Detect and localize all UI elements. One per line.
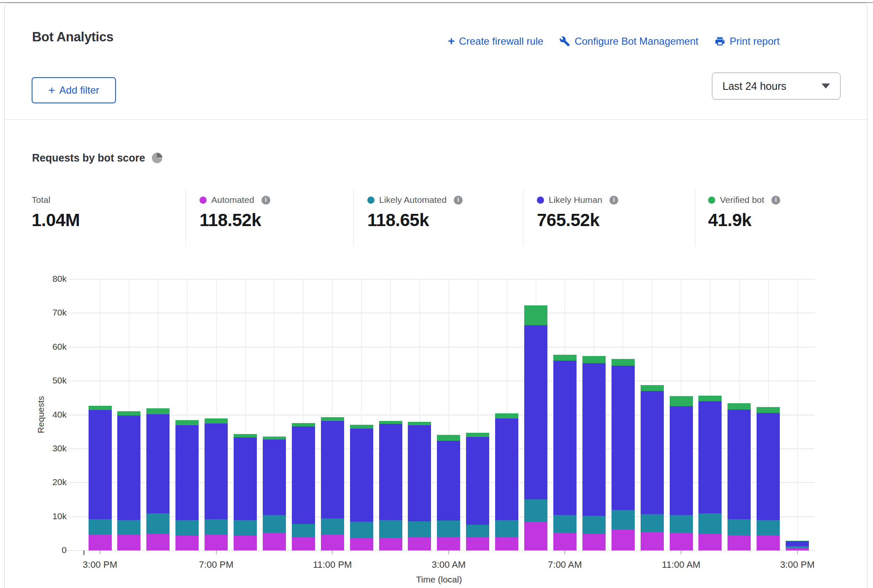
bar-segment-likely-automated: [205, 519, 228, 535]
x-axis-tick-label: 11:00 PM: [303, 559, 362, 570]
bar-segment-likely-human: [670, 406, 693, 515]
bar-segment-verified-bot: [292, 423, 315, 426]
time-range-select[interactable]: Last 24 hours: [712, 73, 841, 100]
bar[interactable]: [408, 422, 431, 550]
stat-label-row: Verified boti: [708, 194, 780, 205]
bar-segment-likely-automated: [350, 522, 373, 538]
x-axis-tick: [332, 550, 333, 554]
bar-segment-automated: [117, 535, 140, 550]
stat-label-row: Total: [32, 194, 50, 205]
bar[interactable]: [582, 356, 606, 550]
bar-segment-automated: [263, 533, 286, 550]
bar-segment-likely-automated: [234, 520, 257, 536]
page-title: Bot Analytics: [32, 30, 113, 45]
x-axis-tick: [100, 550, 100, 554]
bar-segment-likely-human: [553, 361, 577, 515]
print-report-link[interactable]: Print report: [714, 35, 780, 47]
bar[interactable]: [757, 407, 780, 550]
stats-divider: [523, 189, 523, 246]
v-gridline: [797, 279, 798, 550]
y-axis-tick-label: 10k: [33, 511, 67, 521]
bar[interactable]: [321, 417, 344, 550]
x-axis-tick: [216, 550, 217, 554]
bar-segment-verified-bot: [670, 396, 693, 406]
bar-segment-automated: [698, 534, 722, 550]
bar[interactable]: [234, 434, 257, 550]
y-axis-tick-label: 70k: [33, 307, 67, 318]
info-icon[interactable]: i: [609, 196, 618, 205]
x-axis-tick: [564, 550, 565, 554]
info-icon[interactable]: i: [454, 196, 463, 205]
y-axis-tick-label: 20k: [33, 477, 67, 487]
bar-segment-automated: [612, 529, 635, 550]
bar[interactable]: [466, 433, 489, 550]
add-filter-button[interactable]: + Add filter: [32, 77, 116, 103]
stats-divider: [695, 189, 695, 246]
bar[interactable]: [175, 420, 199, 550]
bar-segment-automated: [146, 534, 170, 550]
bar-segment-verified-bot: [524, 305, 547, 325]
bar[interactable]: [698, 396, 722, 550]
pie-chart-icon: [152, 153, 162, 163]
bar[interactable]: [263, 437, 286, 550]
bar[interactable]: [612, 359, 635, 550]
bar-segment-likely-human: [205, 423, 228, 519]
bar-segment-likely-automated: [728, 519, 751, 535]
legend-dot-likely-automated: [367, 197, 375, 204]
bar[interactable]: [728, 403, 751, 550]
bar-segment-likely-human: [641, 391, 664, 514]
bar-segment-likely-human: [350, 429, 373, 522]
bar[interactable]: [670, 396, 693, 550]
bar-segment-automated: [670, 533, 693, 550]
bar-segment-likely-human: [408, 425, 431, 521]
bar-segment-automated: [757, 535, 780, 550]
stat-value: 765.52k: [537, 210, 599, 230]
bar-segment-verified-bot: [582, 356, 606, 363]
bar[interactable]: [117, 411, 140, 550]
bar[interactable]: [437, 435, 460, 550]
plus-icon: +: [48, 86, 55, 95]
bar-segment-verified-bot: [437, 435, 460, 441]
stat-label: Likely Human: [549, 195, 602, 205]
bar[interactable]: [786, 541, 809, 550]
bar-segment-likely-human: [263, 440, 286, 515]
bar[interactable]: [524, 305, 547, 550]
bar-segment-likely-automated: [466, 525, 489, 537]
stat-label: Likely Automated: [379, 195, 447, 205]
bar-segment-likely-human: [524, 325, 547, 499]
bar[interactable]: [379, 421, 402, 550]
bar-segment-likely-automated: [786, 546, 809, 548]
x-axis-tick-label: 7:00 PM: [187, 559, 246, 570]
bar-segment-verified-bot: [175, 420, 199, 426]
bar-segment-likely-human: [466, 437, 489, 525]
create-firewall-rule-link[interactable]: + Create firewall rule: [448, 35, 543, 47]
stat-label-row: Automatedi: [199, 194, 270, 205]
bar-segment-likely-human: [292, 426, 315, 524]
bar[interactable]: [146, 408, 170, 550]
header-divider: [5, 119, 867, 120]
bar[interactable]: [205, 418, 228, 550]
bar[interactable]: [641, 385, 664, 550]
bar-segment-automated: [292, 537, 315, 550]
bar[interactable]: [495, 413, 518, 550]
bar[interactable]: [89, 406, 112, 550]
bar-segment-likely-automated: [175, 520, 199, 536]
bar-segment-likely-automated: [670, 515, 693, 533]
bar-segment-automated: [582, 534, 606, 550]
header-actions: + Create firewall rule Configure Bot Man…: [448, 35, 780, 48]
bar-segment-likely-automated: [612, 510, 635, 530]
bar-segment-likely-human: [175, 425, 199, 520]
info-icon[interactable]: i: [771, 196, 780, 205]
bar-segment-verified-bot: [146, 408, 170, 414]
info-icon[interactable]: i: [261, 196, 270, 205]
bar-segment-automated: [350, 538, 373, 550]
bar-segment-verified-bot: [698, 396, 722, 401]
bar-segment-likely-automated: [321, 518, 344, 534]
bar-segment-likely-human: [146, 414, 170, 513]
bar[interactable]: [553, 355, 577, 550]
bar[interactable]: [350, 425, 373, 550]
h-gridline: [63, 313, 815, 313]
configure-bot-management-link[interactable]: Configure Bot Management: [559, 35, 698, 47]
bar-segment-verified-bot: [205, 418, 228, 423]
bar[interactable]: [292, 423, 315, 550]
